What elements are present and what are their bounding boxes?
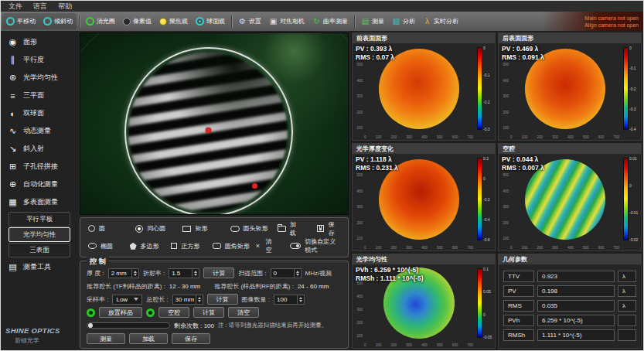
save-button[interactable]: 保存 <box>172 333 210 344</box>
folder-icon <box>278 226 286 232</box>
total-cavity-spinner[interactable]: 30 mm <box>172 295 203 305</box>
spinner-arrows-icon[interactable] <box>192 269 199 278</box>
toolbar-button-settings[interactable]: ⚙设置 <box>234 13 265 29</box>
mask-shape-ellipse[interactable]: 椭圆 <box>88 242 130 250</box>
toggle-icon <box>290 243 301 249</box>
edge-marker[interactable] <box>252 183 257 189</box>
mask-shape-circle[interactable]: 圆 <box>88 224 135 233</box>
stitch-icon: ⊞ <box>8 162 18 172</box>
refractive-index-spinner[interactable]: 1.5 <box>169 268 199 278</box>
mask-shape-square[interactable]: 正方形 <box>171 242 213 250</box>
sidebar-item-dynamic[interactable]: ∿动态测量 <box>1 122 78 140</box>
parameters-table: TTV0.923λPV0.198λRMS0.035λPVh6.259 * 10^… <box>499 264 641 347</box>
homogeneity-icon: ⊛ <box>8 73 18 83</box>
menu-item-0[interactable]: 文件 <box>3 2 28 12</box>
menu-item-2[interactable]: 帮助 <box>53 2 77 12</box>
sidebar-item-doublesphere[interactable]: ◐双球面 <box>1 104 78 122</box>
mask-shape-capsule[interactable]: 圆头矩形 <box>230 224 278 233</box>
toolbar-button-label: 曲率测量 <box>323 17 348 26</box>
toolbar-button-focus[interactable]: 聚焦观 <box>155 13 192 29</box>
total-cavity-label: 总腔长 : <box>146 295 168 304</box>
toolbar-button-camera[interactable]: ▣对焦相机 <box>265 13 308 29</box>
thickness-spinner[interactable]: 2 mm <box>108 268 139 278</box>
y-tick: 300 <box>356 308 363 312</box>
measure-button[interactable]: 测量 <box>87 333 125 344</box>
toolbar-button-tilt[interactable]: 倾斜动 <box>39 13 77 29</box>
x-axis-ticks: 0100200300400500600700 <box>510 135 619 139</box>
pv-rms-readout: PV : 0.393 λ RMS : 0.07 λ <box>356 45 394 62</box>
mask-shape-rounded[interactable]: 圆角矩形 <box>213 242 254 250</box>
spinner-arrows-icon[interactable] <box>196 295 203 304</box>
toolbar-button-aperture[interactable]: 清光圈 <box>82 13 119 29</box>
toolbar-button-pixel[interactable]: 像素值 <box>119 13 155 29</box>
mask-shape-concentric[interactable]: 同心圆 <box>135 224 182 233</box>
toolbar-button-measure[interactable]: ▤测量 <box>357 13 388 29</box>
y-tick: 200 <box>356 221 363 225</box>
toolbar-button-label: 聚焦观 <box>169 17 188 26</box>
spinner-arrows-icon[interactable] <box>297 295 304 304</box>
sidebar-subitem-0[interactable]: 平行平板 <box>9 212 70 227</box>
sidebar-item-oblique[interactable]: ↘斜入射 <box>1 140 78 158</box>
x-tick: 500 <box>583 246 589 250</box>
mask-row-2: 椭圆多边形正方形圆角矩形×清空切换自定义模式 <box>88 237 340 254</box>
mask-shape-polygon[interactable]: 多边形 <box>130 242 172 250</box>
spinner-arrows-icon[interactable] <box>294 269 301 278</box>
mask-option-label: 切换自定义模式 <box>305 237 340 254</box>
load-button[interactable]: 加载 <box>129 333 168 344</box>
mask-action-toggle[interactable]: 切换自定义模式 <box>290 237 340 254</box>
calculate-button-2[interactable]: 计算 <box>207 294 238 305</box>
empty-cavity-button[interactable]: 空腔 <box>158 307 189 318</box>
parameter-unit <box>618 329 636 341</box>
auto-icon: ⊕ <box>8 179 18 189</box>
camera-view[interactable] <box>80 32 349 215</box>
calculate-button-1[interactable]: 计算 <box>203 268 234 278</box>
y-tick: 200 <box>356 321 363 325</box>
toolbar-button-analyze[interactable]: ▧分析 <box>388 13 419 29</box>
sidebar-item-homogeneity[interactable]: ⊛光学均匀性 <box>1 69 78 87</box>
x-tick: 100 <box>522 246 528 250</box>
toolbar-button-radius[interactable]: ↻曲率测量 <box>308 13 352 29</box>
mask-shape-rect[interactable]: 矩形 <box>182 224 230 233</box>
sidebar-item-multisurface[interactable]: ▦多表面测量 <box>1 193 78 211</box>
mask-action-clear[interactable]: ×清空 <box>254 237 274 254</box>
sidebar-item-threeflat[interactable]: ≡三平面 <box>1 87 78 104</box>
sample-rate-dropdown[interactable]: Low <box>112 295 142 305</box>
menu-item-1[interactable]: 语言 <box>28 2 53 12</box>
scan-progress-slider[interactable] <box>87 322 170 329</box>
scan-range-spinner[interactable]: 0 <box>271 268 302 278</box>
rmsh-value: 1.111 * 10^(-5) <box>380 274 424 282</box>
sidebar-item-parallel[interactable]: ∥平行度 <box>1 51 78 69</box>
x-axis-ticks: 0100200300400500600700 <box>364 135 473 139</box>
sidebar-subitem-2[interactable]: 三表面 <box>9 243 70 257</box>
toolbar-button-realtime[interactable]: λ实时分析 <box>419 13 462 29</box>
place-sample-button[interactable]: 放置样品 <box>99 307 142 318</box>
pvh-label: PVh : <box>356 266 373 274</box>
x-tick: 300 <box>552 246 558 250</box>
sidebar-subitem-1[interactable]: 光学均匀性 <box>9 227 70 242</box>
toolbar-buttons: 平移动倾斜动清光圈像素值聚焦观球面观⚙设置▣对焦相机↻曲率测量▤测量▧分析λ实时… <box>1 12 462 31</box>
colorbar-tick: 0 <box>483 46 494 50</box>
calculate-button-3[interactable]: 计算 <box>193 307 224 318</box>
sidebar-item-surface[interactable]: ◉面形 <box>1 33 78 51</box>
spinner-arrows-icon[interactable] <box>131 269 138 278</box>
mask-action-save[interactable]: 保存 <box>317 220 340 237</box>
y-tick: 100 <box>503 237 509 240</box>
parameter-name: PVh <box>503 315 534 326</box>
parameter-row: RMSh1.111 * 10^(-5) <box>503 329 636 341</box>
mask-option-label: 同心圆 <box>147 224 165 233</box>
clear-button[interactable]: 清空 <box>228 307 259 318</box>
mask-action-folder[interactable]: 加载 <box>278 220 302 237</box>
x-axis-ticks: 0100200300400500600700 <box>510 246 619 250</box>
parameter-unit: λ <box>618 300 636 312</box>
sidebar-item-auto[interactable]: ⊕自动化测量 <box>1 176 78 193</box>
image-count-spinner[interactable]: 100 <box>274 295 305 305</box>
sidebar-item-stitch[interactable]: ⊞子孔径拼接 <box>1 158 78 176</box>
sidebar-item-label: 光学均匀性 <box>23 73 58 83</box>
center-marker[interactable] <box>206 128 211 133</box>
sidebar-item-tools[interactable]: ▤测量工具 <box>1 258 78 276</box>
multisurface-icon: ▦ <box>8 197 18 207</box>
toolbar-button-pan[interactable]: 平移动 <box>2 13 39 29</box>
logo-subtext: 新镭光学 <box>5 336 75 345</box>
x-tick: 200 <box>537 246 543 250</box>
toolbar-button-sphere[interactable]: 球面观 <box>192 13 229 29</box>
